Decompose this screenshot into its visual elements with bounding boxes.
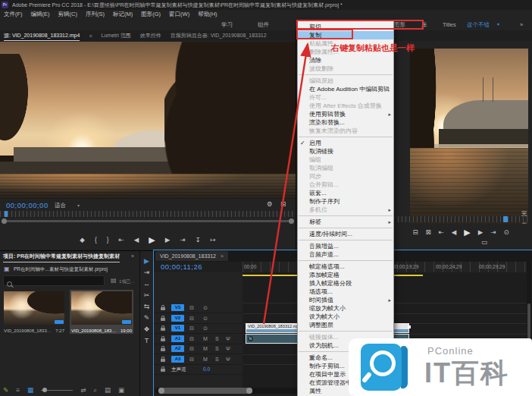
- mute-button[interactable]: M: [203, 345, 208, 352]
- program-playhead[interactable]: [503, 216, 508, 222]
- menubar-item-3[interactable]: 序列(S): [86, 11, 105, 18]
- go-to-in-icon[interactable]: ⇤: [439, 229, 444, 236]
- camera-icon[interactable]: ⊙: [503, 229, 509, 236]
- context-menu-item[interactable]: 制作子序列: [298, 197, 393, 206]
- insert-icon[interactable]: ↧: [195, 237, 200, 244]
- context-menu-item[interactable]: 速度/持续时间...: [298, 230, 393, 238]
- context-menu-item[interactable]: 设为帧大小: [298, 313, 393, 321]
- track-header[interactable]: V3⊟⊙: [153, 303, 243, 313]
- play-icon[interactable]: ▶: [149, 236, 155, 244]
- hand-tool[interactable]: ❖: [143, 326, 149, 333]
- zoom-scrollbar-handle[interactable]: [289, 218, 294, 224]
- slider-handle[interactable]: [42, 388, 47, 392]
- context-menu-item[interactable]: 调整图层: [298, 321, 393, 329]
- mic-icon[interactable]: Ψ: [226, 345, 230, 352]
- workspace-edit-icon[interactable]: ▾: [497, 19, 499, 30]
- solo-button[interactable]: S: [215, 356, 219, 363]
- scrollbar-thumb[interactable]: [158, 388, 252, 394]
- automate-to-sequence-icon[interactable]: ⇄: [80, 386, 86, 394]
- mic-icon[interactable]: Ψ: [226, 356, 230, 363]
- context-menu-item[interactable]: 清除: [298, 56, 393, 64]
- track-header[interactable]: A3⊟MSΨ: [153, 354, 243, 365]
- source-scrub-bar[interactable]: [0, 211, 296, 217]
- context-menu-item[interactable]: 音频增益...: [298, 242, 393, 250]
- mute-button[interactable]: M: [203, 335, 208, 342]
- context-menu-item[interactable]: 恢复未渲染的内容: [298, 127, 393, 135]
- eye-icon[interactable]: ⊙: [203, 315, 208, 322]
- workspace-tab[interactable]: 学习: [221, 19, 233, 30]
- context-menu-item[interactable]: 音频声道...: [298, 250, 393, 259]
- source-patch-icon[interactable]: ⊟: [189, 335, 194, 342]
- zoom-scrollbar-handle[interactable]: [2, 218, 7, 224]
- lift-icon[interactable]: ⊟: [412, 229, 418, 236]
- extract-icon[interactable]: ⊠: [426, 229, 431, 236]
- track-target-V1[interactable]: V1: [171, 325, 184, 332]
- track-header[interactable]: A1⊟MSΨ: [153, 334, 243, 344]
- track-target-A2[interactable]: A2: [171, 345, 184, 352]
- lock-icon[interactable]: [161, 359, 165, 362]
- step-forward-icon[interactable]: ▶: [478, 229, 483, 236]
- lock-icon[interactable]: [161, 348, 165, 351]
- context-menu-item[interactable]: 波纹删除: [298, 64, 393, 73]
- workspace-tab[interactable]: Titles: [443, 19, 456, 30]
- track-select-tool[interactable]: ⇥: [144, 269, 150, 276]
- project-tab[interactable]: 项目: PR在时间轴中常规复制素材与快捷复制素材: [3, 253, 120, 262]
- go-to-out-icon[interactable]: ⇥: [180, 237, 185, 244]
- source-panel-tab-0[interactable]: 源: VID_20190808_183312.mp4: [4, 31, 80, 41]
- context-menu-item[interactable]: 合并剪辑...: [298, 181, 393, 189]
- export-frame-icon[interactable]: ▭: [481, 239, 487, 246]
- step-forward-icon[interactable]: ▶: [165, 237, 171, 244]
- source-panel-tab-3[interactable]: 音频剪辑混合器: VID_20190808_183312: [171, 32, 267, 39]
- source-zoom-scrollbar[interactable]: [2, 218, 294, 224]
- step-back-icon[interactable]: ◀: [134, 237, 139, 244]
- mute-button[interactable]: M: [203, 356, 208, 363]
- go-to-out-icon[interactable]: ⇥: [490, 229, 496, 236]
- context-menu-item[interactable]: 时间插值▸: [298, 296, 393, 304]
- project-item[interactable]: VID_20190808_183…19;00: [70, 290, 133, 334]
- eye-icon[interactable]: ⊙: [203, 304, 208, 311]
- program-scrub-bar[interactable]: [398, 216, 528, 222]
- source-patch-icon[interactable]: ⊟: [189, 356, 194, 363]
- context-menu-item[interactable]: 多机位▸: [298, 206, 393, 214]
- source-playhead[interactable]: [5, 211, 8, 217]
- context-menu-item[interactable]: 帧定格选项...: [298, 262, 393, 271]
- close-icon[interactable]: ×: [221, 253, 224, 259]
- menubar-item-2[interactable]: 剪辑(C): [58, 11, 77, 18]
- icon-view-button[interactable]: ▦: [27, 386, 33, 394]
- overwrite-icon[interactable]: ↦: [211, 237, 216, 244]
- context-menu-item[interactable]: 场选项...: [298, 288, 393, 296]
- mic-icon[interactable]: Ψ: [226, 335, 230, 342]
- context-menu-item[interactable]: 标签▸: [298, 218, 393, 226]
- zoom-slider[interactable]: [41, 388, 73, 393]
- context-menu-item[interactable]: 同步: [298, 172, 393, 181]
- source-patch-icon[interactable]: ⊟: [189, 345, 194, 352]
- find-icon[interactable]: ⌕: [93, 386, 97, 394]
- step-back-icon[interactable]: ◀: [452, 229, 457, 236]
- lock-icon[interactable]: [161, 369, 165, 372]
- context-menu-item[interactable]: 嵌套...: [298, 189, 393, 197]
- context-menu-item[interactable]: 使用 After Effects 合成替换: [298, 102, 393, 110]
- context-menu-item[interactable]: 取消编组: [298, 164, 393, 172]
- workspace-tab-active[interactable]: 这个不错: [467, 19, 490, 30]
- menubar-item-7[interactable]: 帮助(H): [198, 11, 217, 18]
- track-header[interactable]: A2⊟MSΨ: [153, 344, 243, 354]
- eye-icon[interactable]: ⊙: [203, 325, 208, 332]
- button-editor-icon[interactable]: ⊞: [280, 201, 286, 208]
- razor-tool[interactable]: ✂: [144, 292, 150, 299]
- source-patch-icon[interactable]: ⊟: [189, 304, 194, 311]
- menubar-item-6[interactable]: 窗口(W): [169, 11, 189, 18]
- sequence-tab[interactable]: VID_20190808_183312×: [155, 251, 228, 261]
- context-menu-item[interactable]: 插入帧定格分段: [298, 279, 393, 288]
- project-item[interactable]: VID_20190808_1833…7;27: [2, 290, 66, 334]
- search-input[interactable]: [3, 275, 105, 286]
- selection-tool[interactable]: ▶: [144, 258, 149, 265]
- menubar-item-0[interactable]: 文件(F): [4, 11, 23, 18]
- context-menu-item[interactable]: 许可...: [298, 93, 393, 102]
- go-to-in-icon[interactable]: ⇤: [119, 237, 124, 244]
- mark-in-icon[interactable]: {: [95, 237, 97, 244]
- context-menu-item[interactable]: 取消链接: [298, 147, 393, 156]
- mark-out-icon[interactable]: }: [107, 237, 109, 244]
- source-patch-icon[interactable]: ⊟: [189, 325, 194, 332]
- menubar-item-1[interactable]: 编辑(E): [31, 11, 50, 18]
- track-header[interactable]: 主声道0.0: [153, 364, 243, 375]
